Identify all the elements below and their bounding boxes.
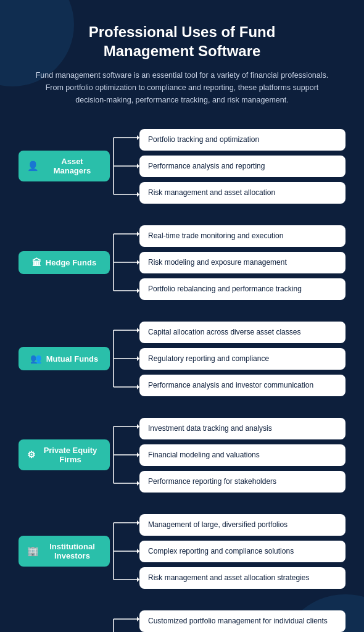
svg-marker-10 bbox=[137, 260, 139, 265]
category-icon-institutional: 🏢 bbox=[27, 546, 39, 557]
connector-private-equity bbox=[110, 415, 139, 495]
svg-marker-33 bbox=[137, 577, 139, 582]
category-label-mutual-funds: Mutual Funds bbox=[46, 354, 99, 364]
category-section-institutional: 🏢Institutional InvestorsManagement of la… bbox=[19, 511, 345, 591]
item-box-asset-managers-2: Risk management and asset allocation bbox=[139, 182, 345, 204]
connector-institutional bbox=[110, 511, 139, 591]
item-box-asset-managers-1: Performance analysis and reporting bbox=[139, 156, 345, 177]
item-box-institutional-1: Complex reporting and compliance solutio… bbox=[139, 541, 345, 562]
svg-marker-3 bbox=[137, 164, 139, 168]
items-column-mutual-funds: Capital allocation across diverse asset … bbox=[139, 322, 345, 396]
connector-wealth-managers bbox=[110, 607, 139, 632]
item-box-asset-managers-0: Portfolio tracking and optimization bbox=[139, 129, 345, 151]
item-box-wealth-managers-0: Customized portfolio management for indi… bbox=[139, 610, 345, 632]
label-box-institutional: 🏢Institutional Investors bbox=[19, 536, 110, 567]
item-box-private-equity-2: Performance reporting for stakeholders bbox=[139, 471, 345, 493]
item-box-hedge-funds-2: Portfolio rebalancing and performance tr… bbox=[139, 278, 345, 300]
connector-svg-private-equity bbox=[110, 415, 139, 495]
item-box-private-equity-0: Investment data tracking and analysis bbox=[139, 418, 345, 439]
items-column-asset-managers: Portfolio tracking and optimizationPerfo… bbox=[139, 129, 345, 203]
page-title: Professional Uses of FundManagement Soft… bbox=[19, 22, 345, 60]
label-box-hedge-funds: 🏛Hedge Funds bbox=[19, 251, 110, 274]
category-label-private-equity: Private Equity Firms bbox=[39, 446, 101, 464]
svg-marker-1 bbox=[137, 135, 139, 140]
connector-svg-asset-managers bbox=[110, 126, 139, 206]
items-column-hedge-funds: Real-time trade monitoring and execution… bbox=[139, 225, 345, 299]
item-box-hedge-funds-0: Real-time trade monitoring and execution bbox=[139, 225, 345, 247]
category-section-wealth-managers: 💼Wealth ManagersCustomized portfolio man… bbox=[19, 607, 345, 632]
svg-marker-5 bbox=[137, 192, 139, 197]
connector-svg-mutual-funds bbox=[110, 318, 139, 399]
category-section-asset-managers: 👤Asset ManagersPortfolio tracking and op… bbox=[19, 126, 345, 206]
svg-marker-8 bbox=[137, 231, 139, 236]
category-section-mutual-funds: 👥Mutual FundsCapital allocation across d… bbox=[19, 318, 345, 399]
svg-marker-15 bbox=[137, 328, 139, 333]
item-box-mutual-funds-2: Performance analysis and investor commun… bbox=[139, 375, 345, 396]
page-subtitle: Fund management software is an essential… bbox=[19, 69, 345, 106]
svg-marker-12 bbox=[137, 288, 139, 293]
items-column-wealth-managers: Customized portfolio management for indi… bbox=[139, 610, 345, 632]
connector-svg-wealth-managers bbox=[110, 607, 139, 632]
item-box-institutional-0: Management of large, diversified portfol… bbox=[139, 514, 345, 536]
item-box-private-equity-1: Financial modeling and valuations bbox=[139, 444, 345, 466]
category-label-asset-managers: Asset Managers bbox=[43, 157, 101, 175]
connector-asset-managers bbox=[110, 126, 139, 206]
item-box-mutual-funds-0: Capital allocation across diverse asset … bbox=[139, 322, 345, 343]
page-wrapper: Professional Uses of FundManagement Soft… bbox=[0, 0, 364, 632]
category-icon-hedge-funds: 🏛 bbox=[32, 257, 41, 268]
svg-marker-22 bbox=[137, 424, 139, 429]
connector-svg-hedge-funds bbox=[110, 222, 139, 302]
items-column-private-equity: Investment data tracking and analysisFin… bbox=[139, 418, 345, 492]
category-section-private-equity: ⚙Private Equity FirmsInvestment data tra… bbox=[19, 415, 345, 495]
category-icon-mutual-funds: 👥 bbox=[30, 353, 42, 364]
label-box-private-equity: ⚙Private Equity Firms bbox=[19, 439, 110, 470]
category-section-hedge-funds: 🏛Hedge FundsReal-time trade monitoring a… bbox=[19, 222, 345, 302]
item-box-mutual-funds-1: Regulatory reporting and compliance bbox=[139, 348, 345, 370]
svg-marker-24 bbox=[137, 452, 139, 457]
svg-marker-17 bbox=[137, 356, 139, 361]
svg-marker-26 bbox=[137, 481, 139, 486]
category-label-institutional: Institutional Investors bbox=[43, 542, 101, 560]
category-label-hedge-funds: Hedge Funds bbox=[46, 258, 96, 267]
connector-svg-institutional bbox=[110, 511, 139, 591]
svg-marker-29 bbox=[137, 520, 139, 525]
svg-marker-19 bbox=[137, 385, 139, 389]
item-box-institutional-2: Risk management and asset allocation str… bbox=[139, 567, 345, 589]
label-box-mutual-funds: 👥Mutual Funds bbox=[19, 347, 110, 370]
items-column-institutional: Management of large, diversified portfol… bbox=[139, 514, 345, 588]
label-box-asset-managers: 👤Asset Managers bbox=[19, 151, 110, 181]
item-box-hedge-funds-1: Risk modeling and exposure management bbox=[139, 252, 345, 273]
category-icon-asset-managers: 👤 bbox=[27, 160, 39, 172]
connector-hedge-funds bbox=[110, 222, 139, 302]
connector-mutual-funds bbox=[110, 318, 139, 399]
svg-marker-36 bbox=[137, 617, 139, 622]
svg-marker-31 bbox=[137, 549, 139, 554]
category-icon-private-equity: ⚙ bbox=[27, 449, 35, 460]
categories-container: 👤Asset ManagersPortfolio tracking and op… bbox=[19, 126, 345, 632]
